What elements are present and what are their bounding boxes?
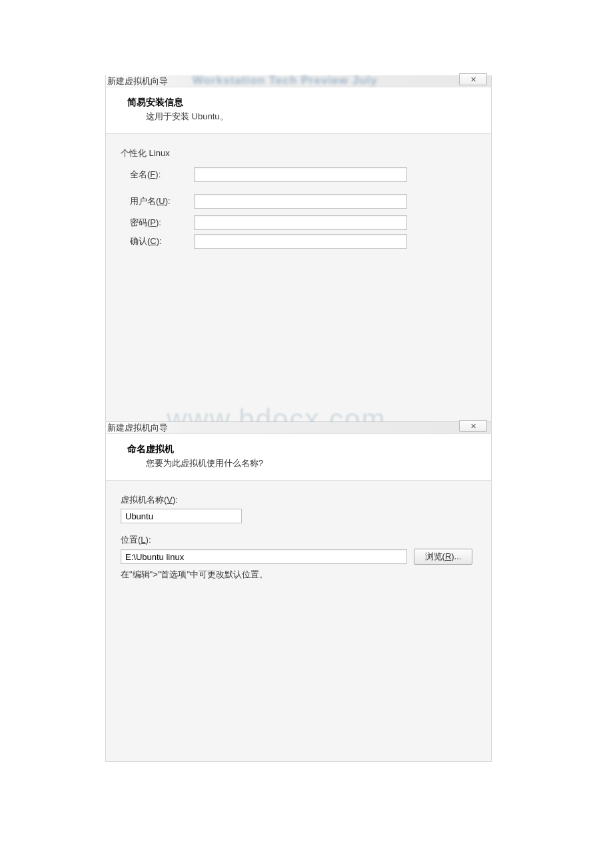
wizard-title: 新建虚拟机向导 (107, 75, 168, 87)
vmname-label: 虚拟机名称(V): (121, 494, 476, 506)
dialog-header: 简易安装信息 这用于安装 Ubuntu。 (106, 87, 491, 134)
new-vm-wizard-dialog-easy-install: 新建虚拟机向导 Workstation Tech Preview July ✕ … (105, 75, 492, 422)
close-icon: ✕ (470, 422, 476, 431)
title-bar: 新建虚拟机向导 Workstation Tech Preview July ✕ (106, 75, 491, 87)
location-input-row: 浏览(R)... (121, 549, 476, 565)
dialog-header: 命名虚拟机 您要为此虚拟机使用什么名称? (106, 434, 491, 481)
close-button[interactable]: ✕ (459, 73, 487, 85)
personalize-linux-label: 个性化 Linux (121, 147, 476, 159)
location-label: 位置(L): (121, 534, 476, 546)
close-button[interactable]: ✕ (459, 420, 487, 432)
title-bar: 新建虚拟机向导 ✕ (106, 422, 491, 434)
password-row: 密码(P): (121, 215, 476, 230)
password-label: 密码(P): (121, 217, 194, 229)
location-hint: 在"编辑">"首选项"中可更改默认位置。 (121, 569, 476, 581)
form-body: 个性化 Linux 全名(F): 用户名(U): 密码(P): 确认(C): (106, 134, 491, 266)
form-body: 虚拟机名称(V): 位置(L): 浏览(R)... 在"编辑">"首选项"中可更… (106, 481, 491, 594)
vmname-group: 虚拟机名称(V): (121, 494, 476, 523)
header-subtitle: 这用于安装 Ubuntu。 (127, 111, 480, 123)
username-label: 用户名(U): (121, 195, 194, 207)
fullname-row: 全名(F): (121, 167, 476, 182)
wizard-title: 新建虚拟机向导 (107, 422, 168, 434)
background-app-title: Workstation Tech Preview July (193, 74, 378, 87)
browse-button[interactable]: 浏览(R)... (414, 549, 472, 565)
header-title: 简易安装信息 (127, 97, 480, 109)
username-input[interactable] (194, 194, 407, 209)
vmname-input[interactable] (121, 509, 242, 523)
fullname-input[interactable] (194, 167, 407, 182)
location-input[interactable] (121, 549, 407, 564)
confirm-input[interactable] (194, 234, 407, 249)
header-title: 命名虚拟机 (127, 443, 480, 455)
new-vm-wizard-dialog-name-vm: 新建虚拟机向导 ✕ 命名虚拟机 您要为此虚拟机使用什么名称? 虚拟机名称(V):… (105, 422, 492, 762)
username-row: 用户名(U): (121, 194, 476, 209)
location-group: 位置(L): 浏览(R)... (121, 534, 476, 565)
fullname-label: 全名(F): (121, 169, 194, 181)
close-icon: ✕ (470, 75, 476, 84)
confirm-label: 确认(C): (121, 235, 194, 247)
header-subtitle: 您要为此虚拟机使用什么名称? (127, 457, 480, 469)
confirm-row: 确认(C): (121, 234, 476, 249)
password-input[interactable] (194, 215, 407, 230)
